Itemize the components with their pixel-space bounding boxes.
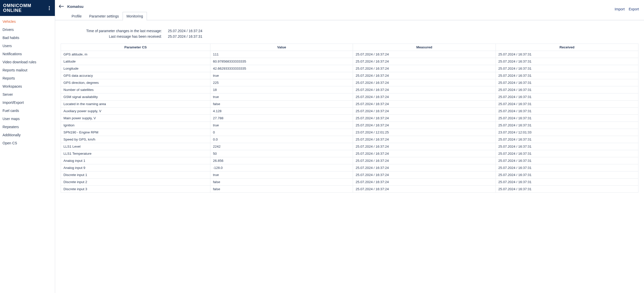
th-measured[interactable]: Measured (353, 44, 496, 51)
th-param[interactable]: Parameter CS (61, 44, 210, 51)
cell-param: Located in the roaming area (61, 101, 210, 108)
table-row: GPS data accuracytrue25.07.2024 / 16:37:… (61, 72, 638, 79)
cell-received: 25.07.2024 / 16:37:31 (496, 101, 638, 108)
table-row: Latitude60.97856833333333525.07.2024 / 1… (61, 58, 638, 65)
table-row: SPN190 - Engine RPM023.07.2024 / 12:01:2… (61, 129, 638, 136)
brand-menu-button[interactable] (46, 0, 52, 16)
svg-point-0 (49, 6, 50, 7)
tab-profile[interactable]: Profile (68, 12, 85, 21)
cell-param: Discrete input 2 (61, 179, 210, 186)
sidebar-item-vehicles[interactable]: Vehicles (0, 17, 55, 26)
sidebar-item-drivers[interactable]: Drivers (0, 26, 55, 34)
cell-value: 0 (210, 129, 353, 136)
sidebar-item-notifications[interactable]: Notifications (0, 50, 55, 58)
cell-value: 50 (210, 150, 353, 157)
sidebar-item-workspaces[interactable]: Workspaces (0, 82, 55, 90)
sidebar-item-additionally[interactable]: Additionally (0, 131, 55, 139)
brand-line1: OMNICOMM (3, 3, 31, 8)
brand-line2: ONLINE (3, 8, 31, 13)
th-value[interactable]: Value (210, 44, 353, 51)
cell-param: GPS altitude, m (61, 51, 210, 58)
cell-received: 25.07.2024 / 16:37:31 (496, 65, 638, 72)
cell-param: Speed by GPS, km/h (61, 136, 210, 143)
table-row: LLS1 Temperature5025.07.2024 / 16:37:242… (61, 150, 638, 157)
cell-measured: 25.07.2024 / 16:37:24 (353, 101, 496, 108)
sidebar-item-reports-mailout[interactable]: Reports mailout (0, 66, 55, 74)
meta-label: Time of parameter changes in the last me… (61, 29, 162, 33)
cell-value: false (210, 101, 353, 108)
cell-value: 60.978568333333335 (210, 58, 353, 65)
table-row: Main power supply, V27.78825.07.2024 / 1… (61, 115, 638, 122)
cell-param: Longitude (61, 65, 210, 72)
sidebar-item-video-download-rules[interactable]: Video download rules (0, 58, 55, 66)
cell-received: 25.07.2024 / 16:37:31 (496, 186, 638, 193)
cell-param: GPS data accuracy (61, 72, 210, 79)
cell-measured: 25.07.2024 / 16:37:24 (353, 86, 496, 93)
cell-value: true (210, 72, 353, 79)
table-row: Number of satellites1825.07.2024 / 16:37… (61, 86, 638, 93)
topbar: Komatsu ProfileParameter settingsMonitor… (55, 0, 644, 20)
cell-received: 25.07.2024 / 16:37:31 (496, 179, 638, 186)
svg-point-2 (49, 9, 50, 10)
cell-param: GPS direction, degrees (61, 79, 210, 86)
cell-received: 25.07.2024 / 16:37:31 (496, 108, 638, 115)
cell-param: SPN190 - Engine RPM (61, 129, 210, 136)
table-row: Discrete input 3false25.07.2024 / 16:37:… (61, 186, 638, 193)
sidebar-item-open-cs[interactable]: Open CS (0, 139, 55, 147)
table-row: Auxiliary power supply, V4.12825.07.2024… (61, 108, 638, 115)
brand-header: OMNICOMM ONLINE (0, 0, 55, 16)
sidebar-item-import-export[interactable]: Import/Export (0, 99, 55, 107)
cell-param: GSM signal availability (61, 93, 210, 101)
cell-received: 25.07.2024 / 16:37:31 (496, 51, 638, 58)
cell-param: Discrete input 3 (61, 186, 210, 193)
cell-value: false (210, 186, 353, 193)
cell-value: 111 (210, 51, 353, 58)
svg-point-1 (49, 8, 50, 9)
cell-received: 25.07.2024 / 16:37:31 (496, 58, 638, 65)
tabs: ProfileParameter settingsMonitoring (59, 12, 147, 20)
cell-received: 25.07.2024 / 16:37:31 (496, 150, 638, 157)
table-row: Ignitiontrue25.07.2024 / 16:37:2425.07.2… (61, 122, 638, 129)
cell-value: 4.128 (210, 108, 353, 115)
cell-received: 25.07.2024 / 16:37:31 (496, 72, 638, 79)
back-button[interactable] (59, 4, 64, 9)
table-row: GSM signal availabilitytrue25.07.2024 / … (61, 93, 638, 101)
cell-value: true (210, 93, 353, 101)
sidebar-item-reports[interactable]: Reports (0, 74, 55, 82)
table-row: Located in the roaming areafalse25.07.20… (61, 101, 638, 108)
table-row: Discrete input 1true25.07.2024 / 16:37:2… (61, 171, 638, 179)
sidebar-item-fuel-cards[interactable]: Fuel cards (0, 107, 55, 115)
cell-measured: 25.07.2024 / 16:37:24 (353, 122, 496, 129)
tab-parameter-settings[interactable]: Parameter settings (85, 12, 123, 21)
cell-measured: 25.07.2024 / 16:37:24 (353, 58, 496, 65)
cell-received: 25.07.2024 / 16:37:31 (496, 86, 638, 93)
tab-monitoring[interactable]: Monitoring (123, 12, 147, 21)
cell-param: Ignition (61, 122, 210, 129)
export-link[interactable]: Export (629, 7, 639, 11)
cell-received: 25.07.2024 / 16:37:31 (496, 115, 638, 122)
cell-measured: 25.07.2024 / 16:37:24 (353, 171, 496, 179)
cell-measured: 25.07.2024 / 16:37:24 (353, 179, 496, 186)
th-received[interactable]: Received (496, 44, 638, 51)
meta-value: 25.07.2024 / 16:37:31 (166, 34, 638, 38)
sidebar-item-bad-habits[interactable]: Bad habits (0, 34, 55, 42)
sidebar-item-server[interactable]: Server (0, 90, 55, 99)
sidebar: OMNICOMM ONLINE VehiclesDriversBad habit… (0, 0, 55, 293)
sidebar-item-repeaters[interactable]: Repeaters (0, 123, 55, 131)
table-row: Longitude42.66293333333333525.07.2024 / … (61, 65, 638, 72)
cell-value: 225 (210, 79, 353, 86)
import-link[interactable]: Import (615, 7, 625, 11)
cell-value: 18 (210, 86, 353, 93)
cell-measured: 25.07.2024 / 16:37:24 (353, 79, 496, 86)
sidebar-item-user-maps[interactable]: User maps (0, 115, 55, 123)
cell-param: Latitude (61, 58, 210, 65)
table-row: LLS1 Level224225.07.2024 / 16:37:2425.07… (61, 143, 638, 150)
cell-param: LLS1 Temperature (61, 150, 210, 157)
table-row: Analog input 9-128.025.07.2024 / 16:37:2… (61, 164, 638, 171)
topbar-left: Komatsu ProfileParameter settingsMonitor… (59, 4, 147, 20)
cell-value: false (210, 179, 353, 186)
cell-param: Discrete input 1 (61, 171, 210, 179)
sidebar-item-users[interactable]: Users (0, 42, 55, 50)
meta-block: Time of parameter changes in the last me… (61, 29, 638, 38)
meta-value: 25.07.2024 / 16:37:24 (166, 29, 638, 33)
